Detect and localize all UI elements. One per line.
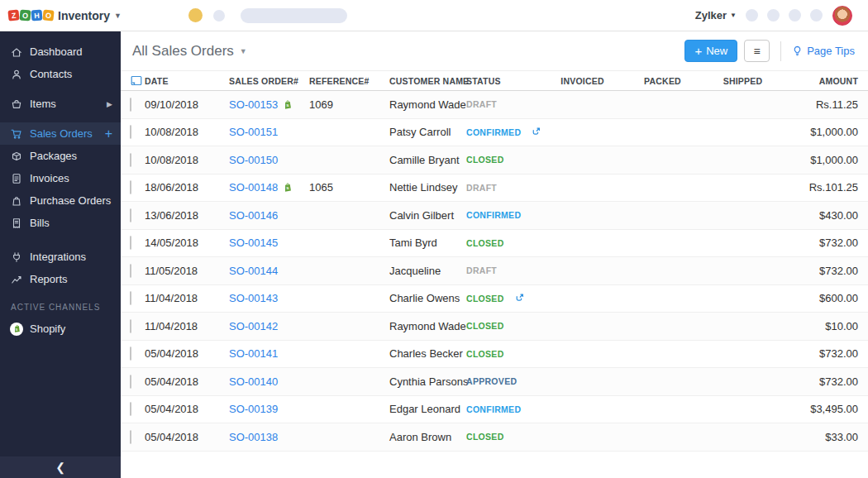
status-badge: CLOSED: [466, 294, 504, 304]
row-checkbox[interactable]: [130, 125, 131, 139]
table-row[interactable]: 13/06/2018 SO-00146 Calvin Gilbert CONFI…: [121, 202, 868, 230]
column-header-date[interactable]: DATE: [145, 76, 229, 86]
amount-cell: Rs.101.25: [809, 181, 868, 194]
column-header-status[interactable]: STATUS: [466, 76, 542, 86]
table-row[interactable]: 11/04/2018 SO-00143 Charlie Owens CLOSED…: [121, 285, 868, 313]
row-checkbox[interactable]: [130, 98, 131, 112]
table-row[interactable]: 14/05/2018 SO-00145 Tami Byrd CLOSED $73…: [121, 230, 868, 258]
row-checkbox[interactable]: [130, 347, 131, 361]
package-icon: [11, 151, 22, 162]
sidebar-item-sales-orders[interactable]: Sales Orders +: [0, 122, 121, 145]
customer-name-cell: Jacqueline: [389, 265, 466, 277]
app-logo[interactable]: Z O H O Inventory ▼: [0, 9, 121, 22]
sales-order-link[interactable]: SO-00138: [229, 431, 278, 443]
status-badge: APPROVED: [466, 376, 517, 386]
sales-order-link[interactable]: SO-00139: [229, 403, 278, 415]
table-row[interactable]: 09/10/2018 SO-00153 s 1069 Raymond Wade …: [121, 91, 868, 119]
sidebar-item-contacts[interactable]: Contacts: [0, 63, 121, 85]
table-row[interactable]: 10/08/2018 SO-00151 Patsy Carroll CONFIR…: [121, 119, 868, 147]
row-checkbox[interactable]: [130, 236, 131, 250]
sales-order-link[interactable]: SO-00142: [229, 320, 278, 332]
new-button[interactable]: + New: [684, 40, 737, 62]
sales-order-cell: SO-00142: [229, 320, 309, 332]
row-checkbox[interactable]: [130, 180, 131, 194]
table-row[interactable]: 11/05/2018 SO-00144 Jacqueline DRAFT $73…: [121, 257, 868, 285]
sidebar-item-items[interactable]: Items ▶: [0, 93, 121, 115]
column-header-reference[interactable]: REFERENCE#: [309, 76, 389, 86]
row-checkbox[interactable]: [130, 264, 131, 278]
lightbulb-icon: [792, 45, 803, 56]
sales-order-link[interactable]: SO-00146: [229, 209, 278, 222]
row-checkbox[interactable]: [130, 375, 131, 389]
table-row[interactable]: 11/04/2018 SO-00142 Raymond Wade CLOSED …: [121, 313, 868, 341]
backorder-icon: [531, 127, 541, 137]
topbar-icon-button-3[interactable]: [789, 9, 801, 22]
plus-icon: +: [694, 45, 702, 57]
shopify-badge-icon: s: [283, 182, 293, 193]
table-row[interactable]: 05/04/2018 SO-00140 Cynthia Parsons APPR…: [121, 368, 868, 396]
sales-order-link[interactable]: SO-00150: [229, 154, 278, 166]
select-all-button[interactable]: [121, 75, 145, 86]
column-header-amount[interactable]: AMOUNT: [819, 76, 868, 86]
topbar-icon-button-1[interactable]: [746, 9, 758, 22]
status-cell: DRAFT: [466, 99, 542, 109]
yellow-circle-placeholder[interactable]: [188, 8, 203, 22]
amount-cell: $732.00: [819, 237, 868, 249]
column-header-sales-order[interactable]: SALES ORDER#: [229, 76, 309, 86]
chevron-down-icon[interactable]: ▼: [114, 12, 122, 20]
sales-order-link[interactable]: SO-00151: [229, 126, 278, 138]
page-title-dropdown[interactable]: All Sales Orders ▼: [132, 43, 247, 60]
status-badge: DRAFT: [466, 183, 497, 193]
sales-order-link[interactable]: SO-00153 s: [229, 98, 293, 111]
sales-order-link[interactable]: SO-00148 s: [229, 181, 293, 194]
table-row[interactable]: 18/06/2018 SO-00148 s 1065 Nettie Lindse…: [121, 174, 868, 203]
sidebar-item-packages[interactable]: Packages: [0, 145, 121, 167]
sidebar-item-reports[interactable]: Reports: [0, 268, 121, 290]
pill-placeholder[interactable]: [241, 8, 347, 23]
sidebar-item-dashboard[interactable]: Dashboard: [0, 41, 121, 63]
sales-order-link[interactable]: SO-00140: [229, 375, 278, 388]
topbar-icon-button-2[interactable]: [767, 9, 780, 22]
row-checkbox[interactable]: [130, 430, 131, 444]
sales-order-number: SO-00139: [229, 403, 278, 415]
add-sales-order-button[interactable]: +: [105, 127, 112, 141]
row-checkbox[interactable]: [130, 402, 131, 416]
table-row[interactable]: 10/08/2018 SO-00150 Camille Bryant CLOSE…: [121, 146, 868, 174]
main-content: All Sales Orders ▼ + New ≡ Page Tips: [121, 31, 868, 478]
org-switcher[interactable]: Zylker ▼: [695, 9, 737, 22]
column-header-customer-name[interactable]: CUSTOMER NAME: [389, 76, 466, 86]
sidebar-collapse-button[interactable]: ❮: [0, 456, 121, 478]
sales-order-link[interactable]: SO-00141: [229, 347, 278, 360]
gray-circle-placeholder[interactable]: [213, 10, 225, 22]
sidebar-item-purchase-orders[interactable]: Purchase Orders: [0, 189, 121, 212]
table-row[interactable]: 05/04/2018 SO-00138 Aaron Brown CLOSED $…: [121, 423, 868, 452]
sales-order-link[interactable]: SO-00144: [229, 265, 278, 277]
row-checkbox[interactable]: [130, 319, 131, 333]
customer-name-cell: Aaron Brown: [389, 431, 466, 443]
column-header-shipped[interactable]: SHIPPED: [723, 76, 763, 86]
list-view-menu-button[interactable]: ≡: [744, 40, 770, 62]
sales-order-link[interactable]: SO-00143: [229, 292, 278, 304]
row-checkbox[interactable]: [130, 153, 131, 167]
avatar[interactable]: [832, 6, 852, 26]
sidebar-item-bills[interactable]: Bills: [0, 212, 121, 234]
sidebar-item-shopify[interactable]: s Shopify: [0, 318, 121, 340]
table-row[interactable]: 05/04/2018 SO-00141 Charles Becker CLOSE…: [121, 341, 868, 369]
table-row[interactable]: 05/04/2018 SO-00139 Edgar Leonard CONFIR…: [121, 396, 868, 424]
svg-text:s: s: [15, 327, 17, 332]
row-checkbox[interactable]: [130, 208, 131, 222]
amount-cell: $1,000.00: [810, 126, 868, 138]
sidebar-item-integrations[interactable]: Integrations: [0, 246, 121, 268]
sales-order-link[interactable]: SO-00145: [229, 237, 278, 249]
column-header-invoiced[interactable]: INVOICED: [560, 76, 603, 86]
column-header-packed[interactable]: PACKED: [644, 76, 681, 86]
row-checkbox[interactable]: [130, 291, 131, 305]
topbar-icon-button-4[interactable]: [810, 9, 823, 22]
status-badge: CONFIRMED: [466, 127, 521, 137]
date-cell: 05/04/2018: [145, 375, 229, 388]
customer-name-cell: Raymond Wade: [389, 98, 466, 111]
row-checkbox-cell: [121, 320, 145, 332]
sales-order-number: SO-00153: [229, 98, 278, 111]
sidebar-item-invoices[interactable]: Invoices: [0, 167, 121, 189]
page-tips-button[interactable]: Page Tips: [792, 45, 855, 57]
